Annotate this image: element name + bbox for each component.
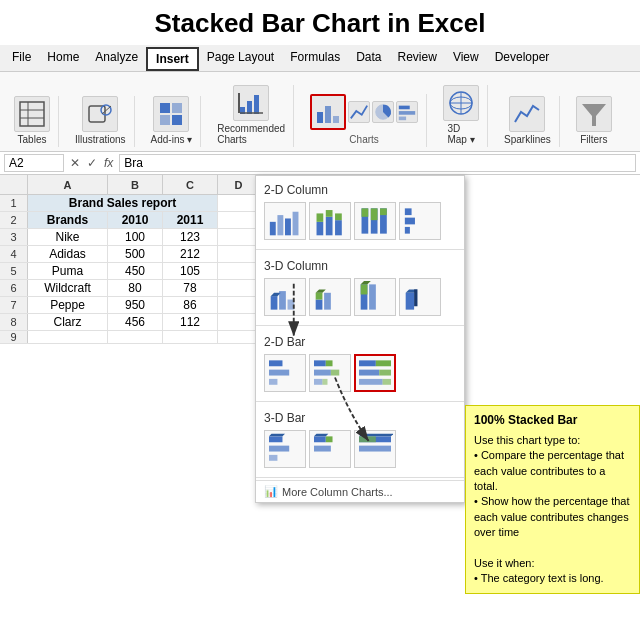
3d-clustered-column-option[interactable] xyxy=(264,278,306,316)
svg-rect-46 xyxy=(271,296,278,309)
3dmap-button[interactable]: 3DMap ▾ xyxy=(443,85,479,145)
clustered-column-option[interactable] xyxy=(264,202,306,240)
svg-rect-62 xyxy=(269,370,289,376)
formula-input[interactable] xyxy=(119,154,636,172)
clustered-column-h-option[interactable] xyxy=(399,202,441,240)
svg-marker-26 xyxy=(582,104,606,126)
svg-rect-55 xyxy=(361,284,368,294)
cell-8d[interactable] xyxy=(218,314,260,330)
tab-file[interactable]: File xyxy=(4,47,39,71)
cell-7b[interactable]: 950 xyxy=(108,297,163,313)
cell-4c[interactable]: 212 xyxy=(163,246,218,262)
chart-type-dropdown[interactable]: 2-D Column 3-D Column xyxy=(255,175,465,503)
more-charts-link[interactable]: 📊 More Column Charts... xyxy=(256,480,464,502)
cell-3c[interactable]: 123 xyxy=(163,229,218,245)
svg-rect-12 xyxy=(254,95,259,114)
table-row: 9 xyxy=(0,331,259,344)
merged-header-cell[interactable]: Brand Sales report xyxy=(28,195,218,211)
tab-pagelayout[interactable]: Page Layout xyxy=(199,47,282,71)
pie-chart-button[interactable] xyxy=(372,101,394,123)
insert-function-icon[interactable]: fx xyxy=(102,156,115,170)
tab-formulas[interactable]: Formulas xyxy=(282,47,348,71)
cell-5b[interactable]: 450 xyxy=(108,263,163,279)
ribbon-group-addins: Add-ins ▾ xyxy=(143,96,202,147)
table-row: 6 Wildcraft 80 78 xyxy=(0,280,259,297)
3d-100pct-bar-option[interactable] xyxy=(354,430,396,468)
filters-button[interactable]: Filters xyxy=(576,96,612,145)
svg-rect-38 xyxy=(362,208,369,216)
more-charts-label: More Column Charts... xyxy=(282,486,393,498)
cell-3b[interactable]: 100 xyxy=(108,229,163,245)
svg-rect-32 xyxy=(317,213,324,221)
svg-rect-15 xyxy=(317,112,323,123)
3d-stacked-column-option[interactable] xyxy=(309,278,351,316)
cell-5a[interactable]: Puma xyxy=(28,263,108,279)
100pct-stacked-bar-option[interactable] xyxy=(354,354,396,392)
cell-8a[interactable]: Clarz xyxy=(28,314,108,330)
chart-options-3d-column xyxy=(264,275,456,319)
cell-9d[interactable] xyxy=(218,331,260,343)
cancel-formula-icon[interactable]: ✕ xyxy=(68,156,82,170)
line-chart-button[interactable] xyxy=(348,101,370,123)
cell-9b[interactable] xyxy=(108,331,163,343)
cell-8c[interactable]: 112 xyxy=(163,314,218,330)
stacked-bar-option[interactable] xyxy=(309,354,351,392)
divider-4 xyxy=(256,477,464,478)
cell-9a[interactable] xyxy=(28,331,108,343)
cell-6c[interactable]: 78 xyxy=(163,280,218,296)
bar-chart-button[interactable] xyxy=(396,101,418,123)
col-header-d: D xyxy=(218,175,260,195)
tables-button[interactable]: Tables xyxy=(14,96,50,145)
cell-1d[interactable] xyxy=(218,195,260,211)
cell-8b[interactable]: 456 xyxy=(108,314,163,330)
cell-7a[interactable]: Peppe xyxy=(28,297,108,313)
svg-rect-81 xyxy=(326,436,333,442)
cell-7c[interactable]: 86 xyxy=(163,297,218,313)
3d-stacked-bar-option[interactable] xyxy=(309,430,351,468)
confirm-formula-icon[interactable]: ✓ xyxy=(85,156,99,170)
tab-review[interactable]: Review xyxy=(390,47,445,71)
tab-analyze[interactable]: Analyze xyxy=(87,47,146,71)
illustrations-button[interactable]: Illustrations xyxy=(75,96,126,145)
tab-data[interactable]: Data xyxy=(348,47,389,71)
col-header-b: B xyxy=(108,175,163,195)
ribbon-tabs: File Home Analyze Insert Page Layout For… xyxy=(0,45,640,72)
tab-insert[interactable]: Insert xyxy=(146,47,199,71)
cell-9c[interactable] xyxy=(163,331,218,343)
cell-2c[interactable]: 2011 xyxy=(163,212,218,228)
addins-button[interactable]: Add-ins ▾ xyxy=(151,96,193,145)
cell-6b[interactable]: 80 xyxy=(108,280,163,296)
3d-100pct-column-option[interactable] xyxy=(354,278,396,316)
stacked-column-option[interactable] xyxy=(309,202,351,240)
cell-reference-input[interactable] xyxy=(4,154,64,172)
tab-home[interactable]: Home xyxy=(39,47,87,71)
svg-rect-19 xyxy=(399,106,410,110)
tab-view[interactable]: View xyxy=(445,47,487,71)
cell-2d[interactable] xyxy=(218,212,260,228)
clustered-bar-option[interactable] xyxy=(264,354,306,392)
cell-2b[interactable]: 2010 xyxy=(108,212,163,228)
svg-rect-43 xyxy=(405,208,412,215)
sparklines-button[interactable]: Sparklines xyxy=(504,96,551,145)
cell-7d[interactable] xyxy=(218,297,260,313)
100pct-stacked-column-option[interactable] xyxy=(354,202,396,240)
cell-3d[interactable] xyxy=(218,229,260,245)
cell-4a[interactable]: Adidas xyxy=(28,246,108,262)
dropdown-section-3d-column: 3-D Column xyxy=(256,252,464,323)
column-chart-button[interactable] xyxy=(310,94,346,130)
cell-2a[interactable]: Brands xyxy=(28,212,108,228)
3d-col-option[interactable] xyxy=(399,278,441,316)
recommended-charts-button[interactable]: RecommendedCharts xyxy=(217,85,285,145)
3d-clustered-bar-option[interactable] xyxy=(264,430,306,468)
divider-1 xyxy=(256,249,464,250)
cell-6d[interactable] xyxy=(218,280,260,296)
cell-3a[interactable]: Nike xyxy=(28,229,108,245)
cell-5c[interactable]: 105 xyxy=(163,263,218,279)
tab-developer[interactable]: Developer xyxy=(487,47,558,71)
cell-4b[interactable]: 500 xyxy=(108,246,163,262)
svg-rect-27 xyxy=(270,222,276,235)
cell-5d[interactable] xyxy=(218,263,260,279)
divider-2 xyxy=(256,325,464,326)
cell-4d[interactable] xyxy=(218,246,260,262)
cell-6a[interactable]: Wildcraft xyxy=(28,280,108,296)
